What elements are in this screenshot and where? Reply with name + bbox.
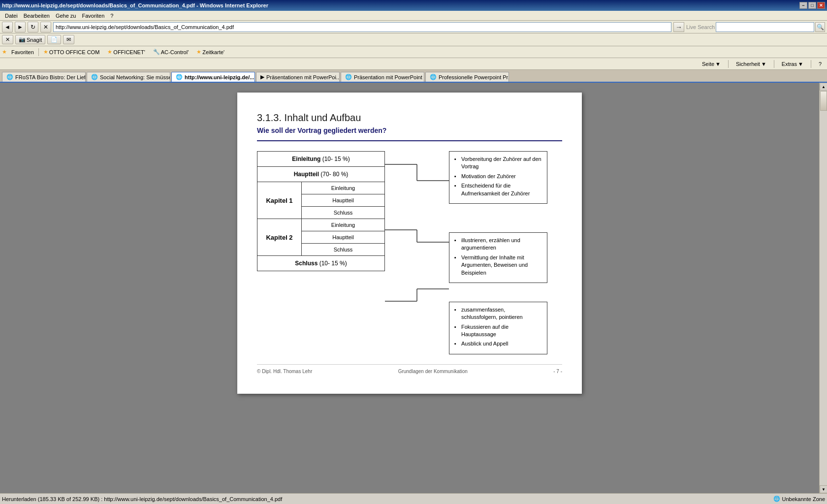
window-title: http://www.uni-leipzig.de/sept/downloads… xyxy=(2,2,799,8)
tab-social-label: Social Networking: Sie müsse... xyxy=(100,74,170,80)
fav-zeit-icon: ★ xyxy=(196,49,201,55)
slide-subtitle: Wie soll der Vortrag gegliedert werden? xyxy=(257,126,562,134)
fav-ac-label: AC-Control' xyxy=(161,49,189,55)
fav-otto[interactable]: ★ OTTO OFFICE COM xyxy=(40,47,103,57)
menu-help[interactable]: ? xyxy=(107,12,116,20)
menu-favoriten[interactable]: Favoriten xyxy=(79,12,108,20)
footer-right: - 7 - xyxy=(553,369,562,374)
favorites-bar: ★ Favoriten ★ OTTO OFFICE COM ★ OFFICENE… xyxy=(0,46,827,58)
maximize-button[interactable]: □ xyxy=(808,2,816,9)
tab-praes2[interactable]: 🌐 Präsentation mit PowerPoint xyxy=(341,72,424,82)
tab-praes1[interactable]: ▶ Präsentationen mit PowerPoi... xyxy=(256,72,340,82)
info-item: Fokussieren auf die Hauptaussage xyxy=(454,323,542,339)
kapitel2-einleitung: Einleitung xyxy=(302,219,384,231)
slide-title: 3.1.3. Inhalt und Aufbau xyxy=(257,112,562,124)
mail-icon: ✉ xyxy=(66,36,71,43)
menu-gehe-zu[interactable]: Gehe zu xyxy=(53,12,79,20)
address-bar: ◄ ► ↻ ✕ → Live Search 🔍 xyxy=(0,21,827,33)
tab-unileipzig[interactable]: 🌐 http://www.uni-leipzig.de/... ✕ xyxy=(171,72,255,82)
close-icon: ✕ xyxy=(5,36,10,43)
cmd-sep1 xyxy=(728,60,729,68)
page-icon: 📄 xyxy=(51,36,58,43)
address-input[interactable] xyxy=(53,22,671,32)
close-button[interactable]: ✕ xyxy=(817,2,825,9)
minimize-button[interactable]: − xyxy=(799,2,807,9)
pdf-area[interactable]: 3.1.3. Inhalt und Aufbau Wie soll der Vo… xyxy=(0,83,819,493)
extras-button[interactable]: Extras ▼ xyxy=(778,60,807,68)
stop-button[interactable]: ✕ xyxy=(40,22,51,32)
menu-bar: Datei Bearbeiten Gehe zu Favoriten ? xyxy=(0,11,827,21)
page-dropdown-icon: ▼ xyxy=(715,61,721,67)
info-box-schluss: zusammenfassen, schlussfolgern, pointier… xyxy=(449,302,547,354)
diagram-container: Einleitung Einleitung (10- 15 %) (10- 15… xyxy=(257,151,562,354)
refresh-button[interactable]: ↻ xyxy=(28,22,38,32)
info-item: zusammenfassen, schlussfolgern, pointier… xyxy=(454,306,542,321)
fav-ac-icon: 🔧 xyxy=(153,49,160,55)
status-text: Herunterladen (185.33 KB of 252.99 KB) :… xyxy=(2,496,771,502)
toolbar-btn2[interactable]: 📄 xyxy=(47,35,61,44)
info-item: Entscheidend für die Aufmerksamkeit der … xyxy=(454,182,542,197)
tab-social[interactable]: 🌐 Social Networking: Sie müsse... xyxy=(87,72,170,82)
footer-left: © Dipl. Hdl. Thomas Lehr xyxy=(257,369,312,374)
security-button[interactable]: Sicherheit ▼ xyxy=(732,60,770,68)
close-toolbar-button[interactable]: ✕ xyxy=(2,35,13,44)
help-icon: ? xyxy=(819,61,822,67)
kapitel2-label: Kapitel 2 xyxy=(257,219,302,255)
connector-svg xyxy=(385,151,449,314)
fav-zeitkarte[interactable]: ★ Zeitkarte' xyxy=(193,47,228,57)
snagit-button[interactable]: 📷 Snagit xyxy=(15,35,45,44)
menu-datei[interactable]: Datei xyxy=(2,12,21,20)
fav-ac-control[interactable]: 🔧 AC-Control' xyxy=(150,47,192,57)
info-item: Ausblick und Appell xyxy=(454,340,542,347)
scroll-up-button[interactable]: ▲ xyxy=(820,83,827,91)
einleitung-main-row: Einleitung Einleitung (10- 15 %) (10- 15… xyxy=(257,152,384,167)
fav-otto-icon: ★ xyxy=(43,49,48,55)
scrollbar: ▲ ▼ xyxy=(819,83,827,493)
live-search-input[interactable] xyxy=(716,22,814,32)
toolbar-btn3[interactable]: ✉ xyxy=(63,35,74,44)
hauptteil-main-row: Hauptteil (70- 80 %) xyxy=(257,167,384,182)
info-box-hauptteil: illustrieren, erzählen und argumentieren… xyxy=(449,232,547,283)
fav-zeit-label: Zeitkarte' xyxy=(202,49,224,55)
info-box-einleitung: Vorbereitung der Zuhörer auf den Vortrag… xyxy=(449,151,547,204)
fav-officenet-icon: ★ xyxy=(107,49,112,55)
title-bar: http://www.uni-leipzig.de/sept/downloads… xyxy=(0,0,827,11)
kapitel2-hauptteil: Hauptteil xyxy=(302,231,384,244)
live-search-button[interactable]: 🔍 xyxy=(815,22,825,32)
right-boxes: Vorbereitung der Zuhörer auf den Vortrag… xyxy=(449,151,547,354)
tab-unileipzig-label: http://www.uni-leipzig.de/... xyxy=(185,74,254,80)
tab-praes2-label: Präsentation mit PowerPoint xyxy=(354,74,422,80)
menu-bearbeiten[interactable]: Bearbeiten xyxy=(21,12,53,20)
kapitel2-schluss: Schluss xyxy=(302,244,384,255)
scroll-down-button[interactable]: ▼ xyxy=(820,485,827,493)
page-button[interactable]: Seite ▼ xyxy=(699,60,724,68)
go-button[interactable]: → xyxy=(673,22,684,32)
kapitel1-schluss: Schluss xyxy=(302,207,384,219)
tab-frosta[interactable]: 🌐 FRoSTA Büro Bistro: Der Lief... xyxy=(2,72,86,82)
snagit-icon: 📷 xyxy=(19,36,26,43)
command-bar: Seite ▼ Sicherheit ▼ Extras ▼ ? xyxy=(0,58,827,70)
tab-praes1-label: Präsentationen mit PowerPoi... xyxy=(266,74,340,80)
kapitel1-einleitung: Einleitung xyxy=(302,182,384,194)
back-button[interactable]: ◄ xyxy=(2,22,13,32)
pdf-page: 3.1.3. Inhalt und Aufbau Wie soll der Vo… xyxy=(237,93,582,394)
security-label: Sicherheit xyxy=(736,61,760,67)
kapitel1-row: Kapitel 1 Einleitung Hauptteil Schluss xyxy=(257,182,384,219)
zone-icon: 🌐 xyxy=(773,496,780,502)
schluss-main-row: Schluss (10- 15 %) xyxy=(257,256,384,271)
tab-frosta-label: FRoSTA Büro Bistro: Der Lief... xyxy=(15,74,86,80)
security-dropdown-icon: ▼ xyxy=(761,61,766,67)
tab-social-icon: 🌐 xyxy=(91,74,98,80)
forward-button[interactable]: ► xyxy=(15,22,26,32)
favorites-icon: ★ xyxy=(2,49,7,55)
help-button[interactable]: ? xyxy=(815,60,825,68)
tab-praes3[interactable]: 🌐 Professionelle Powerpoint Pr... xyxy=(425,72,509,82)
favorites-button[interactable]: Favoriten xyxy=(8,48,37,57)
extras-label: Extras xyxy=(782,61,797,67)
snagit-label: Snagit xyxy=(27,37,42,43)
scroll-thumb[interactable] xyxy=(820,91,827,111)
favorites-label: Favoriten xyxy=(11,49,34,55)
zone-label: Unbekannte Zone xyxy=(782,496,825,502)
fav-officenet[interactable]: ★ OFFICENET' xyxy=(104,47,148,57)
live-search-box: Live Search 🔍 xyxy=(686,22,825,32)
